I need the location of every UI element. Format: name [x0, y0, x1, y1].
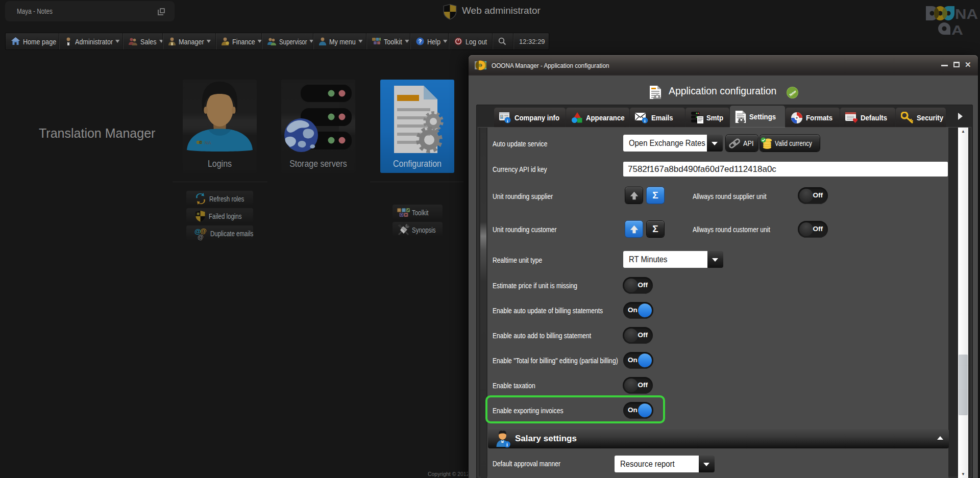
svg-text:NA: NA [955, 7, 978, 22]
svg-text:@: @ [198, 234, 204, 240]
svg-text:i: i [506, 442, 508, 447]
svg-text:A: A [951, 23, 963, 36]
svg-text:NA: NA [205, 140, 211, 145]
svg-text:?: ? [419, 38, 422, 44]
